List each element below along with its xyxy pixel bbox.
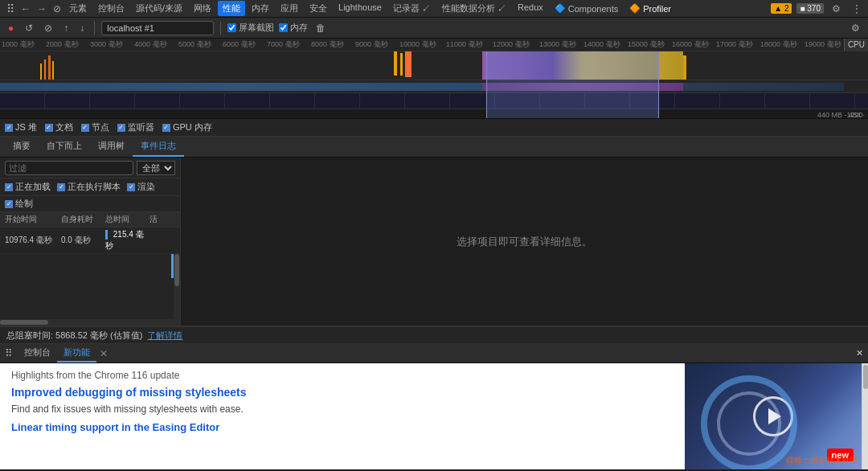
toolbar-sep1 <box>94 22 95 35</box>
menu-item-recorder[interactable]: 记录器 ↙ <box>388 1 436 16</box>
toolbar-settings-icon[interactable]: ⚙ <box>848 22 863 35</box>
whatsnew-h3[interactable]: Linear timing support in the Easing Edit… <box>11 421 674 433</box>
ruler-tick-15: 16000 毫秒 <box>672 39 709 50</box>
menu-item-application[interactable]: 应用 <box>276 1 303 16</box>
main-content: 全部 加载 脚本 渲染 绘制 正在加载 正在执行脚本 渲染 <box>0 158 868 326</box>
filter-select[interactable]: 全部 加载 脚本 渲染 绘制 <box>137 161 175 175</box>
whatsnew-scrollbar-thumb[interactable] <box>863 365 868 389</box>
opt-rendering-label: 渲染 <box>137 181 155 193</box>
opt-rendering[interactable]: 渲染 <box>127 181 155 193</box>
tab-bottom-up[interactable]: 自下而上 <box>39 137 90 157</box>
bar-indicator <box>105 230 108 240</box>
timeline-tracks[interactable]: 440 MB - 484 · 1220· <box>0 51 868 119</box>
cpu-label: CPU <box>844 39 868 51</box>
cb-gpu-label: GPU 内存 <box>173 121 212 133</box>
stop-icon[interactable]: ⊘ <box>50 2 64 15</box>
upload-button[interactable]: ↑ <box>60 22 72 35</box>
forward-icon[interactable]: → <box>34 2 50 15</box>
tab-console[interactable]: 控制台 <box>18 344 57 362</box>
opt-loading-box <box>5 183 13 191</box>
cb-docs[interactable]: 文档 <box>45 121 73 133</box>
tabs-row: 摘要 自下而上 调用树 事件日志 <box>0 137 868 158</box>
ruler-tick-1: 2000 毫秒 <box>46 39 79 50</box>
ruler-tick-14: 15000 毫秒 <box>628 39 665 50</box>
left-panel-empty <box>0 254 180 326</box>
opt-rendering-box <box>127 183 135 191</box>
col-indicator: 活 <box>149 214 162 225</box>
url-input[interactable] <box>101 21 214 35</box>
cell-start: 10976.4 毫秒 <box>5 235 61 246</box>
whatsnew-title: Highlights from the Chrome 116 update <box>11 370 674 381</box>
memory-cb-input[interactable] <box>279 23 288 32</box>
tab-call-tree[interactable]: 调用树 <box>90 137 133 157</box>
refresh-button[interactable]: ↺ <box>22 22 36 35</box>
tab-whatsnew[interactable]: 新功能 <box>57 344 96 362</box>
filter-input[interactable] <box>5 161 133 175</box>
menu-item-console[interactable]: 控制台 <box>93 1 129 16</box>
left-panel-hscroll-thumb[interactable] <box>0 320 48 325</box>
menu-item-redux[interactable]: Redux <box>513 1 548 16</box>
screenshot-cb-input[interactable] <box>227 23 236 32</box>
menubar-right-actions: ▲ 2 ■ 370 ⚙ ⋮ <box>771 2 865 15</box>
screenshot-label: 屏幕截图 <box>239 22 274 34</box>
network-track <box>0 80 868 93</box>
menu-item-profiler[interactable]: 🔶 Profiler <box>624 1 676 16</box>
clear-button[interactable]: ⊘ <box>41 22 55 35</box>
selection-marker <box>171 254 174 278</box>
menu-item-elements[interactable]: 元素 <box>64 1 92 16</box>
settings-icon[interactable]: ⚙ <box>829 2 844 15</box>
tab-summary[interactable]: 摘要 <box>5 137 39 157</box>
menu-item-lighthouse[interactable]: Lighthouse <box>334 1 387 16</box>
whatsnew-thumbnail[interactable]: new @稀土掘金技术社区 <box>685 363 862 469</box>
ruler-tick-17: 18000 毫秒 <box>760 39 797 50</box>
status-link[interactable]: 了解详情 <box>147 330 182 342</box>
menu-item-components[interactable]: 🔷 Components <box>550 1 623 16</box>
ruler-tick-11: 12000 毫秒 <box>493 39 530 50</box>
memory-checkbox[interactable]: 内存 <box>279 22 308 34</box>
menu-item-performance[interactable]: 性能 <box>218 1 245 16</box>
record-button[interactable]: ● <box>5 22 17 35</box>
cb-jsheap-box <box>5 124 13 132</box>
tab-event-log[interactable]: 事件日志 <box>133 137 184 157</box>
whatsnew-scrollbar[interactable] <box>862 363 868 469</box>
opt-loading[interactable]: 正在加载 <box>5 181 51 193</box>
opt-scripting[interactable]: 正在执行脚本 <box>57 181 121 193</box>
opt-painting[interactable]: 绘制 <box>5 198 33 210</box>
left-panel-vscroll-thumb[interactable] <box>174 254 179 286</box>
menu-item-memory[interactable]: 内存 <box>247 1 274 16</box>
delete-button[interactable]: 🗑 <box>313 22 329 35</box>
whatsnew-p1: Find and fix issues with missing stylesh… <box>11 403 674 415</box>
console-area-close-btn[interactable]: ✕ <box>856 348 863 358</box>
menu-item-network[interactable]: 网络 <box>189 1 216 16</box>
screenshot-checkbox[interactable]: 屏幕截图 <box>227 22 274 34</box>
warning-badge: ▲ 2 <box>771 3 792 14</box>
cb-listeners[interactable]: 监听器 <box>117 121 154 133</box>
ruler-tick-8: 9000 毫秒 <box>355 39 388 50</box>
table-row[interactable]: 10976.4 毫秒 0.0 毫秒 215.4 毫秒 <box>0 227 180 254</box>
cb-docs-label: 文档 <box>55 121 73 133</box>
menu-item-perf-insights[interactable]: 性能数据分析 ↙ <box>437 1 511 16</box>
whatsnew-h2[interactable]: Improved debugging of missing stylesheet… <box>11 386 674 399</box>
back-icon[interactable]: ← <box>18 2 34 15</box>
ruler-tick-7: 8000 毫秒 <box>311 39 344 50</box>
col-start: 开始时间 <box>5 214 61 225</box>
console-dots-icon[interactable]: ⠿ <box>5 347 13 359</box>
cb-gpu[interactable]: GPU 内存 <box>162 121 212 133</box>
cb-gpu-box <box>162 124 170 132</box>
ruler-tick-5: 6000 毫秒 <box>223 39 256 50</box>
cb-nodes[interactable]: 节点 <box>81 121 109 133</box>
col-total: 总时间 <box>105 214 149 225</box>
cb-jsheap[interactable]: JS 堆 <box>5 121 37 133</box>
menu-item-sources[interactable]: 源代码/来源 <box>131 1 187 16</box>
download-button[interactable]: ↓ <box>76 22 88 35</box>
left-panel-vscroll[interactable] <box>174 254 180 326</box>
options-row1: 正在加载 正在执行脚本 渲染 <box>0 178 180 196</box>
top-menubar: ⠿ ← → ⊘ 元素 控制台 源代码/来源 网络 性能 内存 应用 安全 Lig… <box>0 0 868 18</box>
more-icon[interactable]: ⋮ <box>849 2 865 15</box>
cb-docs-box <box>45 124 53 132</box>
left-panel-hscroll[interactable] <box>0 319 180 326</box>
menu-item-security[interactable]: 安全 <box>305 1 332 16</box>
console-tab-close-btn[interactable]: ✕ <box>100 348 108 359</box>
cpu-track <box>0 51 868 80</box>
devtools-icon[interactable]: ⠿ <box>3 2 18 16</box>
